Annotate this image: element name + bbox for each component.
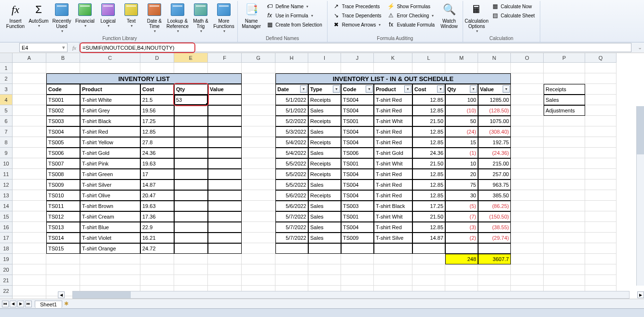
cell[interactable] (544, 63, 585, 73)
cell[interactable]: TS004 (341, 137, 374, 148)
more-functions-button[interactable]: More Functions (212, 1, 235, 34)
row-header-7[interactable]: 7 (0, 126, 13, 137)
tab-prev-button[interactable]: ◀ (10, 301, 16, 307)
cell[interactable]: T-shirt Red (374, 169, 412, 179)
date-time-button[interactable]: Date & Time (143, 1, 166, 34)
cell[interactable]: Type▼ (308, 84, 341, 95)
cell[interactable]: (3) (445, 222, 478, 233)
cell[interactable] (374, 63, 412, 73)
cell[interactable] (308, 63, 341, 73)
cell[interactable] (208, 116, 242, 126)
math-trig-button[interactable]: Math & Trig (189, 1, 212, 34)
cell[interactable] (13, 116, 46, 126)
filter-button[interactable]: ▼ (366, 85, 373, 93)
cell[interactable] (174, 105, 208, 116)
cell[interactable]: (24.36) (478, 148, 511, 158)
cell[interactable] (511, 179, 544, 190)
cell[interactable]: Product (80, 84, 140, 95)
col-header-G[interactable]: G (242, 53, 275, 63)
cell[interactable] (511, 158, 544, 169)
cell[interactable]: TS003 (46, 116, 80, 126)
cell[interactable]: Code (46, 84, 80, 95)
col-header-L[interactable]: L (412, 53, 445, 63)
cell[interactable]: Cost▼ (412, 84, 445, 95)
cell[interactable]: 963.75 (478, 179, 511, 190)
cell[interactable] (412, 275, 445, 286)
cell[interactable] (208, 158, 242, 169)
cell[interactable] (242, 179, 275, 190)
cell[interactable] (511, 126, 544, 137)
cell[interactable]: T-shirt Red (374, 179, 412, 190)
cell[interactable] (242, 137, 275, 148)
cell[interactable]: 17.25 (412, 201, 445, 211)
row-header-13[interactable]: 13 (0, 190, 13, 201)
cell[interactable]: T-shirt Red (80, 126, 140, 137)
cell[interactable] (511, 63, 544, 73)
cell[interactable]: (128.50) (478, 105, 511, 116)
cell[interactable] (208, 201, 242, 211)
cell[interactable] (208, 211, 242, 222)
cell[interactable] (174, 126, 208, 137)
cell[interactable] (544, 116, 585, 126)
cell[interactable]: 5/6/2022 (275, 201, 308, 211)
cell[interactable] (208, 275, 242, 286)
cell[interactable]: 17 (140, 169, 174, 179)
cell[interactable] (208, 264, 242, 275)
cell[interactable] (585, 190, 617, 201)
cell[interactable]: 19.63 (140, 201, 174, 211)
cell[interactable] (140, 63, 174, 73)
cell[interactable]: T-shirt Red (374, 222, 412, 233)
cell[interactable]: 24.72 (140, 243, 174, 254)
insert-function-button[interactable]: fx Insert Function (4, 1, 27, 30)
cell[interactable]: 12.85 (412, 190, 445, 201)
cell[interactable] (341, 254, 374, 264)
cell[interactable] (174, 179, 208, 190)
cell[interactable]: 5/4/2022 (275, 137, 308, 148)
cell[interactable]: T-shirt Silve (374, 233, 412, 243)
cell[interactable]: Receipts (308, 95, 341, 105)
cell[interactable]: 10 (445, 158, 478, 169)
cell[interactable] (585, 179, 617, 190)
row-header-11[interactable]: 11 (0, 169, 13, 179)
cell[interactable]: T-shirt White (80, 95, 140, 105)
cell[interactable] (445, 243, 478, 254)
cell[interactable] (585, 275, 617, 286)
cell[interactable] (374, 243, 412, 254)
cell[interactable]: 15 (445, 137, 478, 148)
cell[interactable]: T-shirt Cream (80, 211, 140, 222)
cell[interactable]: TS015 (46, 243, 80, 254)
row-header-18[interactable]: 18 (0, 243, 13, 254)
cell[interactable]: TS004 (46, 126, 80, 137)
cell[interactable]: Value▼ (478, 84, 511, 95)
cell[interactable] (275, 275, 308, 286)
vscroll-thumb[interactable] (637, 106, 644, 154)
cell[interactable]: TS013 (46, 222, 80, 233)
cell[interactable] (275, 254, 308, 264)
cell[interactable] (174, 233, 208, 243)
cell[interactable] (585, 211, 617, 222)
row-header-20[interactable]: 20 (0, 264, 13, 275)
cell[interactable]: TS011 (46, 201, 80, 211)
autosum-button[interactable]: Σ AutoSum (27, 1, 50, 29)
cell[interactable]: T-shirt Black (374, 201, 412, 211)
cell[interactable]: TS004 (341, 105, 374, 116)
cell[interactable] (544, 243, 585, 254)
cell[interactable] (13, 179, 46, 190)
cell[interactable]: (86.25) (478, 201, 511, 211)
col-header-H[interactable]: H (275, 53, 308, 63)
cell[interactable]: (24) (445, 126, 478, 137)
cell[interactable]: TS004 (341, 179, 374, 190)
cell[interactable] (585, 116, 617, 126)
cell[interactable]: T-shirt Silver (80, 179, 140, 190)
cell[interactable]: 5/5/2022 (275, 158, 308, 169)
filter-button[interactable]: ▼ (300, 85, 307, 93)
cell[interactable]: 12.85 (412, 179, 445, 190)
row-header-10[interactable]: 10 (0, 158, 13, 169)
cell[interactable] (174, 148, 208, 158)
cell[interactable] (374, 275, 412, 286)
filter-button[interactable]: ▼ (404, 85, 411, 93)
cell[interactable] (544, 264, 585, 275)
row-header-15[interactable]: 15 (0, 211, 13, 222)
col-header-F[interactable]: F (208, 53, 242, 63)
cell[interactable]: TS005 (46, 137, 80, 148)
